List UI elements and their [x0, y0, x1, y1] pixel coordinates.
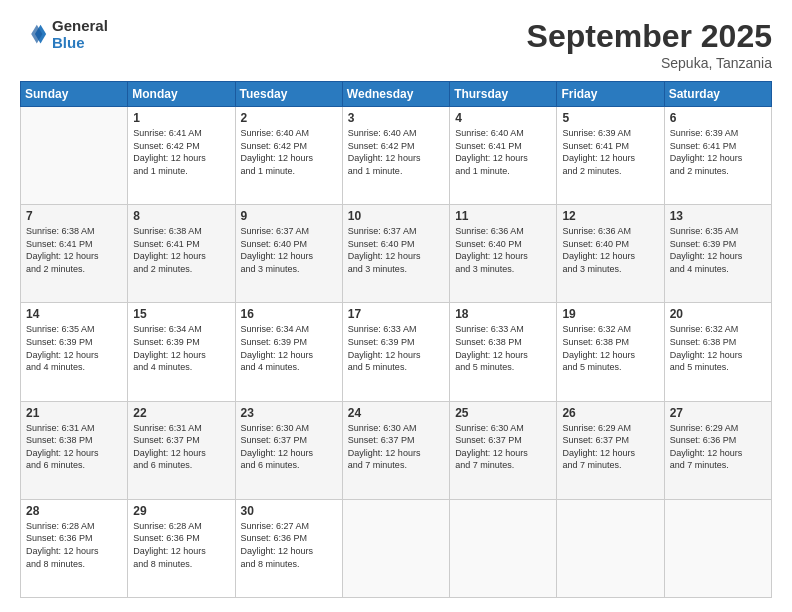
calendar-cell: 20Sunrise: 6:32 AM Sunset: 6:38 PM Dayli… [664, 303, 771, 401]
day-number: 14 [26, 307, 123, 321]
day-info: Sunrise: 6:33 AM Sunset: 6:38 PM Dayligh… [455, 323, 552, 373]
day-info: Sunrise: 6:35 AM Sunset: 6:39 PM Dayligh… [670, 225, 767, 275]
day-info: Sunrise: 6:28 AM Sunset: 6:36 PM Dayligh… [26, 520, 123, 570]
calendar-cell: 7Sunrise: 6:38 AM Sunset: 6:41 PM Daylig… [21, 205, 128, 303]
calendar-cell: 10Sunrise: 6:37 AM Sunset: 6:40 PM Dayli… [342, 205, 449, 303]
day-number: 13 [670, 209, 767, 223]
header: General Blue September 2025 Sepuka, Tanz… [20, 18, 772, 71]
day-number: 12 [562, 209, 659, 223]
day-info: Sunrise: 6:30 AM Sunset: 6:37 PM Dayligh… [455, 422, 552, 472]
calendar-table: Sunday Monday Tuesday Wednesday Thursday… [20, 81, 772, 598]
day-number: 17 [348, 307, 445, 321]
calendar-cell: 3Sunrise: 6:40 AM Sunset: 6:42 PM Daylig… [342, 107, 449, 205]
calendar-week-1: 7Sunrise: 6:38 AM Sunset: 6:41 PM Daylig… [21, 205, 772, 303]
calendar-cell: 30Sunrise: 6:27 AM Sunset: 6:36 PM Dayli… [235, 499, 342, 597]
day-info: Sunrise: 6:30 AM Sunset: 6:37 PM Dayligh… [348, 422, 445, 472]
day-number: 25 [455, 406, 552, 420]
day-number: 21 [26, 406, 123, 420]
calendar-week-0: 1Sunrise: 6:41 AM Sunset: 6:42 PM Daylig… [21, 107, 772, 205]
day-number: 27 [670, 406, 767, 420]
day-info: Sunrise: 6:36 AM Sunset: 6:40 PM Dayligh… [455, 225, 552, 275]
calendar-week-2: 14Sunrise: 6:35 AM Sunset: 6:39 PM Dayli… [21, 303, 772, 401]
col-friday: Friday [557, 82, 664, 107]
calendar-cell: 9Sunrise: 6:37 AM Sunset: 6:40 PM Daylig… [235, 205, 342, 303]
day-info: Sunrise: 6:27 AM Sunset: 6:36 PM Dayligh… [241, 520, 338, 570]
calendar-cell: 14Sunrise: 6:35 AM Sunset: 6:39 PM Dayli… [21, 303, 128, 401]
calendar-cell [21, 107, 128, 205]
calendar-cell: 23Sunrise: 6:30 AM Sunset: 6:37 PM Dayli… [235, 401, 342, 499]
page: General Blue September 2025 Sepuka, Tanz… [0, 0, 792, 612]
day-info: Sunrise: 6:40 AM Sunset: 6:42 PM Dayligh… [241, 127, 338, 177]
day-info: Sunrise: 6:29 AM Sunset: 6:36 PM Dayligh… [670, 422, 767, 472]
calendar-cell: 26Sunrise: 6:29 AM Sunset: 6:37 PM Dayli… [557, 401, 664, 499]
day-number: 19 [562, 307, 659, 321]
day-info: Sunrise: 6:34 AM Sunset: 6:39 PM Dayligh… [241, 323, 338, 373]
logo-text: General Blue [52, 18, 108, 51]
title-block: September 2025 Sepuka, Tanzania [527, 18, 772, 71]
day-number: 22 [133, 406, 230, 420]
day-info: Sunrise: 6:36 AM Sunset: 6:40 PM Dayligh… [562, 225, 659, 275]
calendar-week-3: 21Sunrise: 6:31 AM Sunset: 6:38 PM Dayli… [21, 401, 772, 499]
day-number: 18 [455, 307, 552, 321]
location-subtitle: Sepuka, Tanzania [527, 55, 772, 71]
day-info: Sunrise: 6:35 AM Sunset: 6:39 PM Dayligh… [26, 323, 123, 373]
month-title: September 2025 [527, 18, 772, 55]
col-tuesday: Tuesday [235, 82, 342, 107]
day-number: 6 [670, 111, 767, 125]
day-number: 10 [348, 209, 445, 223]
calendar-cell: 24Sunrise: 6:30 AM Sunset: 6:37 PM Dayli… [342, 401, 449, 499]
day-info: Sunrise: 6:38 AM Sunset: 6:41 PM Dayligh… [133, 225, 230, 275]
calendar-cell: 21Sunrise: 6:31 AM Sunset: 6:38 PM Dayli… [21, 401, 128, 499]
day-info: Sunrise: 6:41 AM Sunset: 6:42 PM Dayligh… [133, 127, 230, 177]
day-info: Sunrise: 6:29 AM Sunset: 6:37 PM Dayligh… [562, 422, 659, 472]
calendar-cell [557, 499, 664, 597]
day-number: 2 [241, 111, 338, 125]
day-number: 28 [26, 504, 123, 518]
calendar-cell: 27Sunrise: 6:29 AM Sunset: 6:36 PM Dayli… [664, 401, 771, 499]
day-number: 26 [562, 406, 659, 420]
calendar-cell: 17Sunrise: 6:33 AM Sunset: 6:39 PM Dayli… [342, 303, 449, 401]
calendar-cell: 12Sunrise: 6:36 AM Sunset: 6:40 PM Dayli… [557, 205, 664, 303]
calendar-cell: 15Sunrise: 6:34 AM Sunset: 6:39 PM Dayli… [128, 303, 235, 401]
calendar-cell: 19Sunrise: 6:32 AM Sunset: 6:38 PM Dayli… [557, 303, 664, 401]
day-number: 24 [348, 406, 445, 420]
day-info: Sunrise: 6:40 AM Sunset: 6:42 PM Dayligh… [348, 127, 445, 177]
calendar-cell: 28Sunrise: 6:28 AM Sunset: 6:36 PM Dayli… [21, 499, 128, 597]
calendar-cell [664, 499, 771, 597]
col-thursday: Thursday [450, 82, 557, 107]
day-number: 1 [133, 111, 230, 125]
day-number: 5 [562, 111, 659, 125]
calendar-cell: 29Sunrise: 6:28 AM Sunset: 6:36 PM Dayli… [128, 499, 235, 597]
day-number: 23 [241, 406, 338, 420]
day-info: Sunrise: 6:39 AM Sunset: 6:41 PM Dayligh… [562, 127, 659, 177]
calendar-week-4: 28Sunrise: 6:28 AM Sunset: 6:36 PM Dayli… [21, 499, 772, 597]
day-number: 4 [455, 111, 552, 125]
day-info: Sunrise: 6:31 AM Sunset: 6:37 PM Dayligh… [133, 422, 230, 472]
logo-blue-text: Blue [52, 35, 108, 52]
logo: General Blue [20, 18, 108, 51]
logo-icon [20, 21, 48, 49]
day-number: 15 [133, 307, 230, 321]
day-info: Sunrise: 6:33 AM Sunset: 6:39 PM Dayligh… [348, 323, 445, 373]
calendar-cell: 1Sunrise: 6:41 AM Sunset: 6:42 PM Daylig… [128, 107, 235, 205]
calendar-cell [450, 499, 557, 597]
calendar-cell: 18Sunrise: 6:33 AM Sunset: 6:38 PM Dayli… [450, 303, 557, 401]
day-info: Sunrise: 6:40 AM Sunset: 6:41 PM Dayligh… [455, 127, 552, 177]
day-info: Sunrise: 6:37 AM Sunset: 6:40 PM Dayligh… [348, 225, 445, 275]
col-wednesday: Wednesday [342, 82, 449, 107]
day-number: 29 [133, 504, 230, 518]
day-info: Sunrise: 6:38 AM Sunset: 6:41 PM Dayligh… [26, 225, 123, 275]
day-info: Sunrise: 6:34 AM Sunset: 6:39 PM Dayligh… [133, 323, 230, 373]
day-number: 20 [670, 307, 767, 321]
day-info: Sunrise: 6:32 AM Sunset: 6:38 PM Dayligh… [562, 323, 659, 373]
logo-general-text: General [52, 18, 108, 35]
calendar-cell: 16Sunrise: 6:34 AM Sunset: 6:39 PM Dayli… [235, 303, 342, 401]
calendar-cell: 22Sunrise: 6:31 AM Sunset: 6:37 PM Dayli… [128, 401, 235, 499]
calendar-cell: 6Sunrise: 6:39 AM Sunset: 6:41 PM Daylig… [664, 107, 771, 205]
calendar-cell: 2Sunrise: 6:40 AM Sunset: 6:42 PM Daylig… [235, 107, 342, 205]
day-number: 7 [26, 209, 123, 223]
day-info: Sunrise: 6:37 AM Sunset: 6:40 PM Dayligh… [241, 225, 338, 275]
calendar-cell: 4Sunrise: 6:40 AM Sunset: 6:41 PM Daylig… [450, 107, 557, 205]
col-monday: Monday [128, 82, 235, 107]
calendar-cell: 5Sunrise: 6:39 AM Sunset: 6:41 PM Daylig… [557, 107, 664, 205]
